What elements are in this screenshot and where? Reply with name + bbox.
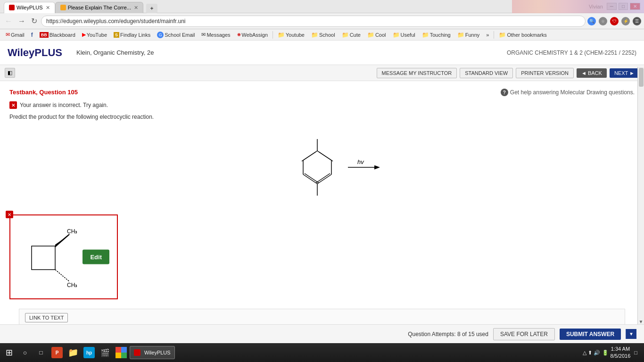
system-tray: △ ⬆ 🔊 🔋 <box>583 350 608 356</box>
bookmark-gmail[interactable]: ✉ Gmail <box>3 31 27 39</box>
taskbar-chrome-icon[interactable] <box>114 345 129 360</box>
taskbar-explorer-icon[interactable]: 📁 <box>66 345 81 360</box>
tab-close-wiley[interactable]: ✕ <box>46 5 50 11</box>
folder-touching-icon: 📁 <box>422 32 429 38</box>
gmail-icon: ✉ <box>6 32 10 38</box>
bookmark-messages[interactable]: ✉ Messages <box>198 31 233 39</box>
bookmark-folder-touching-label: Touching <box>430 32 451 38</box>
answer-area: ✕ CH₃ CH₃ Edit <box>9 214 118 299</box>
refresh-btn[interactable]: ↻ <box>29 16 39 26</box>
forward-nav-btn[interactable]: → <box>16 16 27 26</box>
message-instructor-btn[interactable]: MESSAGE MY INSTRUCTOR <box>377 68 457 78</box>
reaction-svg: hv <box>228 130 416 205</box>
bb-icon: BB <box>40 32 49 38</box>
taskbar-taskview-icon[interactable]: □ <box>33 345 49 360</box>
scroll-thumb[interactable] <box>639 68 644 87</box>
help-icon[interactable]: ? <box>501 89 508 96</box>
address-bar: ← → ↻ 🔍 ☆ 🛡 ⚡ ☰ <box>0 13 644 29</box>
bookmark-folder-school-label: School <box>319 32 335 38</box>
tab-explain[interactable]: Please Explain The Corre... ✕ <box>55 2 143 13</box>
link-to-text-btn[interactable]: LINK TO TEXT <box>25 313 68 322</box>
bookmark-separator-2 <box>494 31 494 39</box>
back-btn[interactable]: ◄ BACK <box>577 68 607 78</box>
facebook-icon: f <box>31 32 33 38</box>
bookmark-blackboard[interactable]: BB Blackboard <box>37 31 78 39</box>
bookmark-findlay[interactable]: S Findlay Links <box>111 31 153 39</box>
scrollbar[interactable]: ▼ <box>637 67 644 324</box>
search-icon[interactable]: 🔍 <box>587 17 596 25</box>
notifications-btn[interactable]: □ <box>632 350 639 355</box>
sidebar-toggle-btn[interactable]: ◧ <box>5 68 15 78</box>
taskbar-app-label: WileyPLUS <box>144 350 171 355</box>
bookmark-folder-youtube-label: Youtube <box>286 32 305 38</box>
bookmark-folder-other[interactable]: 📁 Other bookmarks <box>496 31 549 39</box>
answer-close-btn[interactable]: ✕ <box>6 211 13 218</box>
shield-icon[interactable]: 🛡 <box>610 17 619 25</box>
next-btn[interactable]: NEXT ► <box>610 68 639 78</box>
error-icon: ✕ <box>9 101 17 109</box>
wiley-logo: WileyPLUS <box>8 47 62 59</box>
error-text: Your answer is incorrect. Try again. <box>20 102 108 108</box>
main-content: ? Get help answering Molecular Drawing q… <box>0 81 644 336</box>
taskbar-powerpoint-icon[interactable]: P <box>50 345 65 360</box>
bookmarks-bar: ✉ Gmail f BB Blackboard ▶ YouTube S Find… <box>0 29 644 41</box>
tray-icons: △ ⬆ 🔊 🔋 <box>583 350 608 356</box>
svg-line-4 <box>319 152 333 161</box>
bookmark-folder-useful[interactable]: 📁 Useful <box>390 31 418 39</box>
folder-funny-icon: 📁 <box>457 32 464 38</box>
printer-version-btn[interactable]: PRINTER VERSION <box>516 68 574 78</box>
findlay-icon: S <box>114 32 119 38</box>
bookmark-folder-funny-label: Funny <box>465 32 480 38</box>
tab-wileyplus[interactable]: WileyPLUS ✕ <box>4 2 55 13</box>
tab-close-explain[interactable]: ✕ <box>134 5 138 11</box>
question-text: Predict the product for the following el… <box>9 114 635 120</box>
menu-icon[interactable]: ☰ <box>633 17 641 25</box>
submit-answer-btn[interactable]: SUBMIT ANSWER <box>560 329 621 340</box>
bookmark-folder-touching[interactable]: 📁 Touching <box>419 31 454 39</box>
wiley-header: WileyPLUS Klein, Organic Chemistry, 2e O… <box>0 41 644 65</box>
bookmark-star-icon[interactable]: ☆ <box>599 17 607 25</box>
submit-dropdown-btn[interactable]: ▼ <box>626 329 636 339</box>
course-text: Klein, Organic Chemistry, 2e <box>76 49 154 56</box>
edit-btn[interactable]: Edit <box>83 250 109 264</box>
bookmark-folder-school[interactable]: 📁 School <box>308 31 338 39</box>
bookmark-facebook[interactable]: f <box>28 31 36 39</box>
reaction-area: hv <box>9 130 635 205</box>
bookmark-school-email[interactable]: G School Email <box>154 31 198 39</box>
bookmark-folder-cool[interactable]: 📁 Cool <box>364 31 389 39</box>
folder-youtube-icon: 📁 <box>278 32 285 38</box>
webassign-icon: ❊ <box>237 33 241 37</box>
bookmark-folder-cute[interactable]: 📁 Cute <box>339 31 363 39</box>
bottom-action-bar: Question Attempts: 8 of 15 used SAVE FOR… <box>0 324 644 343</box>
folder-cute-icon: 📁 <box>342 32 349 38</box>
bookmark-folder-cool-label: Cool <box>375 32 386 38</box>
taskbar-media-icon[interactable]: 🎬 <box>98 345 113 360</box>
new-tab-btn[interactable]: + <box>146 4 157 13</box>
back-nav-btn[interactable]: ← <box>3 16 14 26</box>
taskbar-wiley-app[interactable]: WileyPLUS <box>130 346 175 359</box>
taskbar: ⊞ ○ □ P 📁 hp 🎬 WileyPLUS △ ⬆ 🔊 🔋 1:34 AM… <box>0 343 644 362</box>
bookmark-folder-useful-label: Useful <box>401 32 415 38</box>
bookmark-folder-youtube[interactable]: 📁 Youtube <box>275 31 307 39</box>
svg-line-9 <box>305 173 319 183</box>
answer-molecule-svg: CH₃ CH₃ <box>10 215 86 291</box>
taskbar-hp-icon[interactable]: hp <box>82 345 97 360</box>
error-box: ✕ Your answer is incorrect. Try again. <box>9 101 635 109</box>
bookmark-folder-funny[interactable]: 📁 Funny <box>454 31 483 39</box>
taskbar-cortana-icon[interactable]: ○ <box>17 345 33 360</box>
help-text: Get help answering Molecular Drawing que… <box>510 89 635 96</box>
bookmark-webassign[interactable]: ❊ WebAssign <box>234 31 271 39</box>
start-btn[interactable]: ⊞ <box>2 346 17 360</box>
methyl-down-label: CH₃ <box>67 282 77 288</box>
svg-line-8 <box>317 174 331 184</box>
standard-view-btn[interactable]: STANDARD VIEW <box>460 68 513 78</box>
bookmark-youtube[interactable]: ▶ YouTube <box>79 31 110 39</box>
scroll-arrow-down[interactable]: ▼ <box>638 319 644 324</box>
extensions-icon[interactable]: ⚡ <box>621 17 630 25</box>
bookmark-webassign-label: WebAssign <box>242 32 268 38</box>
url-input[interactable] <box>41 16 586 27</box>
bookmark-more-btn[interactable]: » <box>483 31 492 39</box>
tab-favicon-wiley <box>9 5 15 10</box>
bookmark-school-email-label: School Email <box>165 32 195 38</box>
save-for-later-btn[interactable]: SAVE FOR LATER <box>493 328 555 340</box>
